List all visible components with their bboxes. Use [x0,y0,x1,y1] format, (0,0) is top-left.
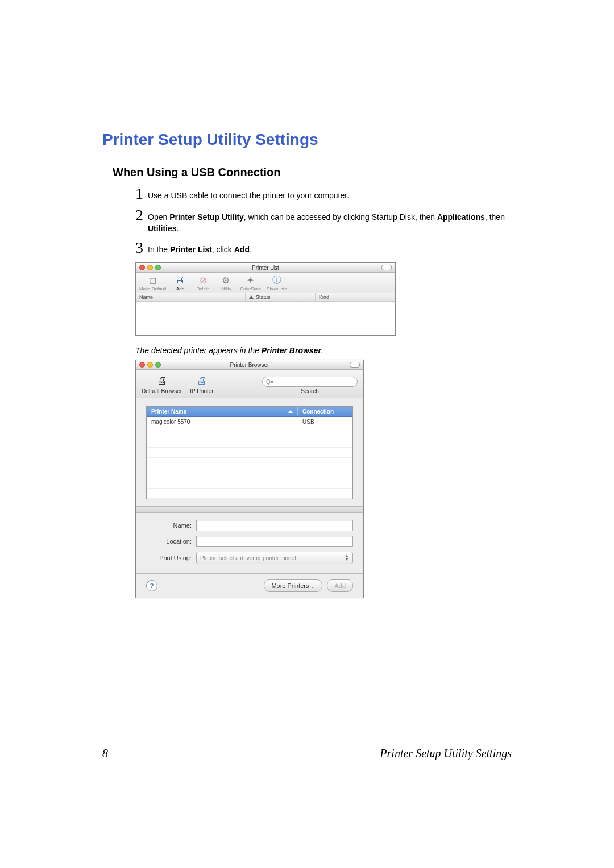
step-list: 1 Use a USB cable to connect the printer… [135,186,512,256]
gear-icon: ⚙︎ [219,274,233,286]
sort-asc-icon [288,410,293,413]
search: Q▾ Search [262,377,358,394]
search-input[interactable]: Q▾ [262,377,358,387]
empty-row [147,437,352,448]
label: Add [176,286,184,291]
label: Printer Name [151,408,186,415]
toolbar: ◻︎ Make Default 🖨︎ Add ⊘ Delete ⚙︎ Utili… [136,273,395,293]
divider [136,506,363,513]
add-button[interactable]: Add [327,579,353,592]
label: Location: [146,538,196,545]
empty-row [147,478,352,489]
minimize-icon[interactable] [147,362,153,368]
col-printer-name[interactable]: Printer Name [147,407,298,416]
bold: Utilities [148,224,177,233]
step-2: 2 Open Printer Setup Utility, which can … [135,207,512,234]
bold: Printer Browser [262,346,321,355]
bold: Printer List [170,245,212,254]
label: Utility [220,286,231,291]
bold: Add [234,245,250,254]
col-kind[interactable]: Kind [316,293,395,301]
colorsync-button[interactable]: ✦ ColorSync [240,274,261,291]
window-title: Printer List [252,265,279,271]
cell-conn: USB [298,417,352,427]
show-info-button[interactable]: ⓘ Show Info [267,274,287,291]
titlebar: Printer Browser [136,360,363,370]
make-default-button[interactable]: ◻︎ Make Default [139,274,166,291]
col-connection[interactable]: Connection [298,407,352,416]
page-footer: 8 Printer Setup Utility Settings [102,736,512,760]
info-icon: ⓘ [270,274,284,286]
empty-row [147,448,352,458]
caption: The detected printer appears in the Prin… [135,346,512,355]
name-input[interactable] [196,520,353,531]
delete-button[interactable]: ⊘ Delete [194,274,211,291]
window-title: Printer Browser [230,362,269,368]
t: In the [148,245,170,254]
close-icon[interactable] [139,265,145,270]
no-entry-icon: ⊘ [196,274,210,286]
label: Delete [197,286,210,291]
badge-icon: ◻︎ [146,274,160,286]
printer-list-body [136,302,395,335]
toolbar-toggle-icon[interactable] [350,362,360,368]
colorsync-icon: ✦ [244,274,258,286]
t: . [177,224,179,233]
empty-row [147,427,352,437]
footer-title: Printer Setup Utility Settings [380,747,512,760]
utility-button[interactable]: ⚙︎ Utility [217,274,234,291]
more-printers-button[interactable]: More Printers… [264,579,322,592]
zoom-icon[interactable] [155,362,161,368]
ip-printer-button[interactable]: 🖨︎ IP Printer [190,373,214,394]
page-number: 8 [102,747,108,760]
col-name[interactable]: Name [136,293,246,301]
empty-row [147,489,352,499]
sort-asc-icon [249,295,254,299]
column-headers: Name Status Kind [136,293,395,302]
col-status[interactable]: Status [246,293,316,301]
label: Show Info [267,286,287,291]
toolbar: 🖨︎ Default Browser 🖨︎ IP Printer Q▾ Sear… [136,370,363,398]
printer-icon: 🖨︎ [173,274,187,286]
t: , click [212,245,234,254]
step-3: 3 In the Printer List, click Add. [135,240,512,256]
close-icon[interactable] [139,362,145,368]
printer-table: Printer Name Connection magicolor 5570 U… [146,406,353,499]
toolbar-toggle-icon[interactable] [381,265,392,270]
print-using-select[interactable]: Please select a driver or printer model … [196,552,353,564]
label: Print Using: [146,554,196,561]
chevron-updown-icon: ▲▼ [345,554,349,561]
printer-icon: 🖨︎ [154,373,171,388]
t: The detected printer appears in the [135,346,262,355]
printer-browser-window: Printer Browser 🖨︎ Default Browser 🖨︎ IP… [135,360,364,598]
label: ColorSync [240,286,261,291]
label: Search [301,388,319,394]
subsection-title: When Using a USB Connection [113,166,512,179]
help-button[interactable]: ? [146,580,157,591]
step-text: In the Printer List, click Add. [148,240,252,256]
row-location: Location: [146,536,353,547]
t: , which can be accessed by clicking Star… [244,212,437,222]
zoom-icon[interactable] [155,265,161,270]
row-name: Name: [146,520,353,531]
empty-row [147,468,352,478]
step-number: 2 [135,207,143,223]
t: , then [485,212,505,222]
browser-content: Printer Name Connection magicolor 5570 U… [136,398,363,573]
minimize-icon[interactable] [147,265,153,270]
label: Status [256,294,271,300]
globe-printer-icon: 🖨︎ [193,373,210,388]
location-input[interactable] [196,536,353,547]
add-button[interactable]: 🖨︎ Add [172,274,189,291]
step-number: 3 [135,240,143,256]
search-icon: Q▾ [266,379,273,385]
cell-name: magicolor 5570 [147,417,298,427]
titlebar: Printer List [136,263,395,273]
table-row[interactable]: magicolor 5570 USB [147,417,352,427]
bold: Applications [437,212,485,222]
t: . [321,346,323,355]
default-browser-button[interactable]: 🖨︎ Default Browser [142,373,182,394]
bold: Printer Setup Utility [169,212,244,222]
label: Name: [146,522,196,529]
traffic-lights [139,265,161,270]
